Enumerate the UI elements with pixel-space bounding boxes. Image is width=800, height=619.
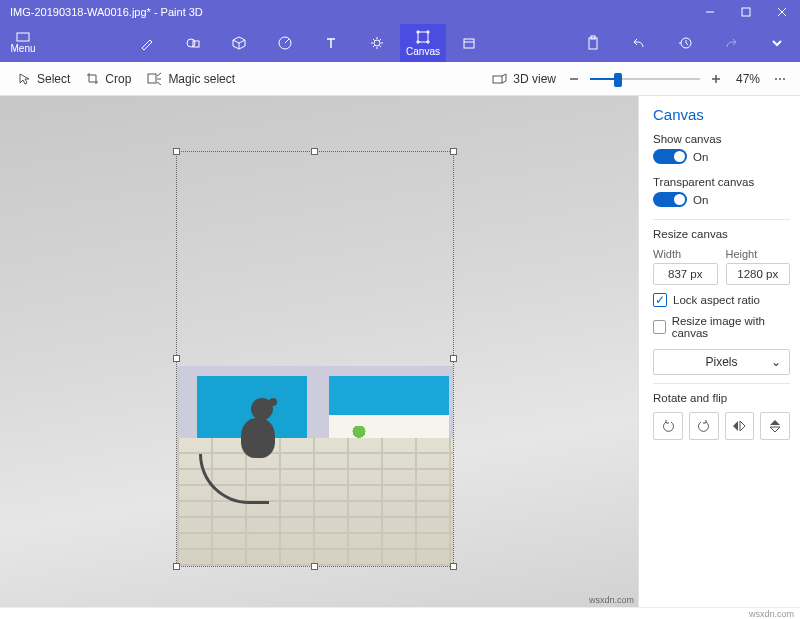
resize-handle[interactable]: [311, 563, 318, 570]
crop-label: Crop: [105, 72, 131, 86]
select-label: Select: [37, 72, 70, 86]
maximize-button[interactable]: [728, 0, 764, 24]
width-input[interactable]: 837 px: [653, 263, 718, 285]
workspace[interactable]: wsxdn.com: [0, 96, 638, 607]
svg-point-5: [187, 39, 195, 47]
close-button[interactable]: [764, 0, 800, 24]
svg-rect-11: [589, 38, 597, 49]
show-canvas-label: Show canvas: [653, 133, 790, 145]
svg-rect-15: [493, 76, 502, 83]
menu-label: Menu: [10, 43, 35, 54]
checkbox-empty-icon: [653, 320, 666, 334]
flip-vertical-button[interactable]: [760, 412, 790, 440]
tool-canvas[interactable]: Canvas: [400, 24, 446, 62]
show-canvas-value: On: [693, 151, 708, 163]
canvas-selection[interactable]: [176, 151, 454, 567]
checkmark-icon: ✓: [653, 293, 667, 307]
lock-aspect-label: Lock aspect ratio: [673, 294, 760, 306]
units-value: Pixels: [705, 355, 737, 369]
menu-button[interactable]: Menu: [0, 24, 46, 62]
tool-canvas-label: Canvas: [406, 46, 440, 57]
tool-effects[interactable]: [354, 24, 400, 62]
transparent-canvas-label: Transparent canvas: [653, 176, 790, 188]
expand-ribbon-button[interactable]: [754, 24, 800, 62]
rotate-left-button[interactable]: [653, 412, 683, 440]
image-content: [177, 366, 453, 566]
svg-rect-14: [148, 74, 156, 83]
zoom-out-button[interactable]: [564, 62, 584, 96]
select-tool[interactable]: Select: [10, 62, 78, 96]
zoom-in-button[interactable]: [706, 62, 726, 96]
tool-text[interactable]: [308, 24, 354, 62]
magic-select-label: Magic select: [168, 72, 235, 86]
watermark: wsxdn.com: [589, 595, 634, 605]
footer-watermark: wsxdn.com: [0, 607, 800, 619]
lock-aspect-ratio-checkbox[interactable]: ✓ Lock aspect ratio: [653, 293, 790, 307]
resize-handle[interactable]: [450, 355, 457, 362]
resize-canvas-title: Resize canvas: [653, 228, 790, 240]
height-label: Height: [726, 248, 791, 260]
svg-rect-9: [418, 32, 428, 42]
resize-handle[interactable]: [450, 563, 457, 570]
tool-3d-shapes[interactable]: [216, 24, 262, 62]
resize-handle[interactable]: [173, 563, 180, 570]
history-button[interactable]: [662, 24, 708, 62]
resize-handle[interactable]: [173, 355, 180, 362]
units-dropdown[interactable]: Pixels ⌄: [653, 349, 790, 375]
transparent-canvas-value: On: [693, 194, 708, 206]
paste-button[interactable]: [570, 24, 616, 62]
tool-3d-library[interactable]: [446, 24, 492, 62]
width-label: Width: [653, 248, 718, 260]
resize-handle[interactable]: [450, 148, 457, 155]
resize-handle[interactable]: [311, 148, 318, 155]
magic-select-tool[interactable]: Magic select: [139, 62, 243, 96]
zoom-slider[interactable]: [590, 70, 700, 88]
tool-brushes[interactable]: [124, 24, 170, 62]
zoom-percent: 47%: [732, 72, 764, 86]
transparent-canvas-toggle[interactable]: [653, 192, 687, 207]
svg-rect-10: [464, 39, 474, 48]
3d-view-label: 3D view: [513, 72, 556, 86]
window-title: IMG-20190318-WA0016.jpg* - Paint 3D: [0, 6, 692, 18]
minimize-button[interactable]: [692, 0, 728, 24]
svg-point-8: [374, 40, 380, 46]
resize-image-label: Resize image with canvas: [672, 315, 790, 339]
resize-handle[interactable]: [173, 148, 180, 155]
canvas-panel: Canvas Show canvas On Transparent canvas…: [638, 96, 800, 607]
resize-image-with-canvas-checkbox[interactable]: Resize image with canvas: [653, 315, 790, 339]
svg-rect-4: [17, 33, 29, 41]
chevron-down-icon: ⌄: [771, 355, 781, 369]
zoom-more-button[interactable]: ⋯: [770, 62, 790, 96]
flip-horizontal-button[interactable]: [725, 412, 755, 440]
crop-tool[interactable]: Crop: [78, 62, 139, 96]
show-canvas-toggle[interactable]: [653, 149, 687, 164]
svg-rect-1: [742, 8, 750, 16]
tool-2d-shapes[interactable]: [170, 24, 216, 62]
rotate-right-button[interactable]: [689, 412, 719, 440]
undo-button[interactable]: [616, 24, 662, 62]
rotate-flip-title: Rotate and flip: [653, 392, 790, 404]
panel-title: Canvas: [653, 106, 790, 123]
height-input[interactable]: 1280 px: [726, 263, 791, 285]
3d-view-toggle[interactable]: 3D view: [484, 62, 564, 96]
redo-button[interactable]: [708, 24, 754, 62]
tool-stickers[interactable]: [262, 24, 308, 62]
